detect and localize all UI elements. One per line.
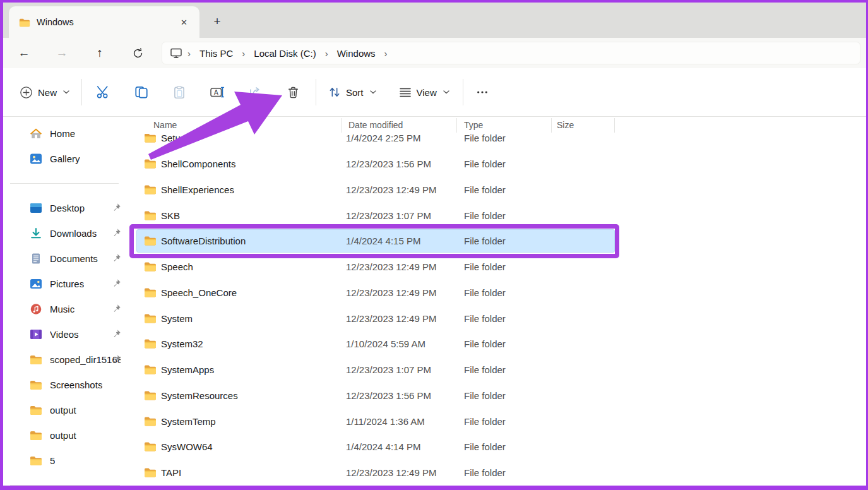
file-type: File folder: [464, 210, 506, 220]
breadcrumb-chevron-icon[interactable]: ›: [320, 47, 333, 60]
folder-icon: [144, 313, 157, 323]
sidebar-item-videos[interactable]: Videos: [0, 321, 129, 347]
share-button: [242, 80, 268, 105]
file-row[interactable]: Speech_OneCore 12/23/2023 12:49 PM File …: [129, 280, 868, 306]
sort-button[interactable]: Sort: [323, 81, 382, 103]
file-name: SystemTemp: [161, 415, 216, 426]
sidebar: Home Gallery Desktop Downloads Documents: [0, 117, 129, 490]
sidebar-item-home[interactable]: Home: [0, 121, 129, 146]
new-tab-button[interactable]: +: [208, 13, 226, 30]
pin-icon: [112, 304, 121, 313]
folder-icon: [144, 390, 157, 400]
file-row[interactable]: SKB 12/23/2023 1:07 PM File folder: [129, 202, 868, 228]
file-row[interactable]: ShellComponents 12/23/2023 1:56 PM File …: [129, 151, 868, 177]
folder-icon: [30, 404, 42, 416]
sidebar-item-scoped-dir15168[interactable]: scoped_dir15168: [0, 347, 129, 372]
sidebar-item-downloads[interactable]: Downloads: [0, 220, 129, 246]
column-separator[interactable]: [551, 118, 552, 133]
sidebar-item-label: Home: [50, 128, 75, 139]
folder-icon: [144, 364, 157, 374]
column-header-row: Name Date modified Type Size: [129, 117, 868, 134]
rename-button[interactable]: A: [205, 80, 230, 105]
sidebar-item-documents[interactable]: Documents: [0, 246, 129, 271]
sidebar-item-label: output: [50, 430, 76, 441]
file-row[interactable]: SysWOW64 1/4/2024 4:14 PM File folder: [129, 434, 868, 460]
copy-button[interactable]: [129, 80, 154, 105]
file-date-modified: 1/11/2024 1:36 AM: [346, 415, 425, 426]
breadcrumb-chevron-icon[interactable]: ›: [182, 47, 196, 60]
refresh-button[interactable]: [128, 44, 148, 62]
file-date-modified: 12/23/2023 1:07 PM: [346, 210, 431, 220]
file-row[interactable]: ShellExperiences 12/23/2023 12:49 PM Fil…: [129, 177, 868, 203]
file-date-modified: 12/23/2023 12:49 PM: [346, 287, 436, 297]
file-row[interactable]: SoftwareDistribution 1/4/2024 4:15 PM Fi…: [129, 228, 868, 254]
breadcrumb-item[interactable]: Local Disk (C:): [250, 45, 319, 61]
toolbar-separator: [316, 79, 316, 105]
tab-windows[interactable]: Windows ✕: [9, 6, 199, 38]
breadcrumb-chevron-icon[interactable]: ›: [237, 47, 250, 60]
delete-button[interactable]: [280, 80, 306, 105]
sort-icon: [328, 87, 341, 98]
sidebar-item-label: Desktop: [50, 203, 85, 213]
file-row[interactable]: Setup 1/4/2024 2:25 PM File folder: [129, 134, 868, 151]
file-row[interactable]: Speech 12/23/2023 12:49 PM File folder: [129, 254, 868, 280]
file-name: ShellExperiences: [161, 184, 234, 194]
folder-icon: [144, 158, 157, 169]
file-date-modified: 12/23/2023 12:49 PM: [346, 261, 436, 272]
cut-button[interactable]: [91, 80, 116, 105]
folder-icon: [144, 416, 157, 426]
downloads-icon: [30, 227, 42, 239]
folder-icon: [30, 354, 42, 366]
breadcrumb-item[interactable]: Windows: [333, 45, 379, 61]
new-button[interactable]: New: [14, 81, 75, 104]
svg-text:A: A: [214, 89, 218, 96]
up-button[interactable]: ↑: [90, 44, 110, 62]
file-row[interactable]: System32 1/10/2024 5:59 AM File folder: [129, 331, 868, 357]
more-options-button[interactable]: [470, 80, 495, 105]
sidebar-item-output[interactable]: output: [0, 397, 129, 422]
address-bar[interactable]: ›This PC›Local Disk (C:)›Windows›: [162, 42, 860, 64]
column-separator[interactable]: [341, 118, 342, 133]
back-button[interactable]: ←: [14, 44, 34, 62]
file-date-modified: 1/4/2024 2:25 PM: [346, 134, 420, 143]
sidebar-item-label: 5: [50, 455, 55, 466]
sidebar-item-screenshots[interactable]: Screenshots: [0, 372, 129, 397]
breadcrumb-item[interactable]: This PC: [196, 45, 237, 61]
tab-bar: Windows ✕ +: [0, 0, 868, 38]
file-row[interactable]: SystemResources 12/23/2023 1:56 PM File …: [129, 383, 868, 409]
column-separator[interactable]: [456, 118, 457, 133]
file-row[interactable]: System 12/23/2023 12:49 PM File folder: [129, 305, 868, 331]
view-button[interactable]: View: [393, 81, 455, 103]
pin-icon: [112, 278, 121, 288]
pin-icon: [112, 228, 121, 237]
file-name: SoftwareDistribution: [161, 236, 246, 246]
file-type: File folder: [464, 467, 506, 478]
breadcrumb-chevron-icon[interactable]: ›: [379, 47, 393, 60]
sidebar-item-output[interactable]: output: [0, 422, 129, 448]
column-separator[interactable]: [614, 118, 615, 133]
sidebar-item-desktop[interactable]: Desktop: [0, 195, 129, 220]
pin-icon: [112, 253, 121, 263]
sidebar-item-label: Music: [50, 304, 74, 314]
sidebar-item-music[interactable]: Music: [0, 296, 129, 321]
sidebar-item-label: scoped_dir15168: [50, 354, 121, 365]
view-button-label: View: [417, 87, 437, 98]
file-name: ShellComponents: [161, 158, 235, 169]
chevron-down-icon: [370, 90, 376, 94]
column-header-type[interactable]: Type: [464, 120, 483, 130]
file-row[interactable]: SystemTemp 1/11/2024 1:36 AM File folder: [129, 408, 868, 434]
file-row[interactable]: TAPI 12/23/2023 12:49 PM File folder: [129, 460, 868, 486]
home-icon: [30, 128, 42, 140]
sidebar-item-label: output: [50, 405, 76, 415]
column-header-date-modified[interactable]: Date modified: [348, 120, 403, 130]
chevron-down-icon: [63, 90, 69, 94]
sidebar-item-gallery[interactable]: Gallery: [0, 146, 129, 171]
column-header-name[interactable]: Name: [153, 120, 177, 130]
column-header-size[interactable]: Size: [557, 120, 574, 130]
sidebar-item-label: Pictures: [50, 278, 84, 289]
sidebar-item-pictures[interactable]: Pictures: [0, 271, 129, 296]
this-pc-icon: [170, 47, 182, 59]
tab-close-icon[interactable]: ✕: [176, 16, 192, 29]
sidebar-item-5[interactable]: 5: [0, 448, 129, 473]
file-row[interactable]: SystemApps 12/23/2023 1:07 PM File folde…: [129, 357, 868, 383]
